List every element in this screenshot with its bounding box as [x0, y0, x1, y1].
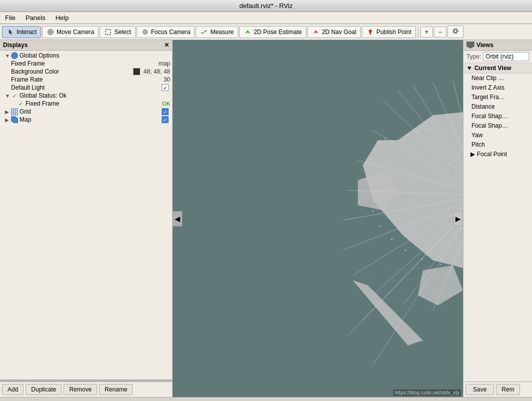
- move-camera-label: Move Camera: [57, 29, 94, 36]
- grid-label: Grid: [20, 108, 162, 115]
- globe-icon: [11, 52, 18, 59]
- svg-rect-106: [453, 185, 454, 186]
- measure-icon: [200, 28, 208, 36]
- publish-point-icon: [366, 28, 374, 36]
- global-status-item[interactable]: ▼ ✓ Global Status: Ok: [1, 92, 171, 100]
- 2d-pose-button[interactable]: 2D Pose Estimate: [239, 26, 306, 38]
- svg-point-96: [369, 164, 370, 165]
- focus-camera-button[interactable]: Focus Camera: [137, 26, 195, 38]
- views-panel: Views Type: Orbit (rviz) ▼ Current View …: [463, 40, 532, 397]
- minus-icon: −: [438, 29, 442, 36]
- menu-file[interactable]: File: [2, 13, 19, 23]
- map-item[interactable]: ▶ Map ✓: [1, 116, 171, 124]
- select-label: Select: [114, 29, 131, 36]
- move-camera-button[interactable]: Move Camera: [42, 26, 99, 38]
- view-invert-z-label: Invert Z Axis: [471, 84, 504, 91]
- views-type-row: Type: Orbit (rviz): [463, 51, 532, 63]
- views-save-button[interactable]: Save: [465, 384, 494, 395]
- plus-icon: +: [425, 29, 428, 36]
- default-light-checkbox[interactable]: ✓: [162, 84, 169, 91]
- view-item-focal-shap-1[interactable]: Focal Shap…: [463, 112, 532, 121]
- displays-footer: Add Duplicate Remove Rename: [0, 381, 172, 397]
- publish-point-button[interactable]: Publish Point: [362, 26, 416, 38]
- select-icon: [104, 28, 112, 36]
- viewport[interactable]: ◀ ▶ https://blog.csdn.net/xtdx_xty: [173, 40, 463, 397]
- viewport-right-arrow[interactable]: ▶: [453, 211, 463, 226]
- global-status-check: ✓: [11, 92, 18, 99]
- interact-button[interactable]: Interact: [2, 26, 41, 38]
- rename-button[interactable]: Rename: [99, 384, 133, 395]
- 2d-nav-icon: [312, 28, 320, 36]
- frame-rate-item[interactable]: Frame Rate 30: [1, 76, 171, 84]
- default-light-label: Default Light: [11, 84, 162, 91]
- settings-icon: [452, 28, 459, 36]
- svg-point-8: [454, 30, 457, 33]
- view-item-pitch[interactable]: Pitch: [463, 140, 532, 150]
- toolbar-minus-button[interactable]: −: [434, 27, 446, 38]
- title-text: default.rviz* - RViz: [239, 2, 292, 10]
- view-item-focal-shap-2[interactable]: Focal Shap…: [463, 121, 532, 131]
- svg-point-93: [372, 211, 374, 212]
- displays-title: Displays: [3, 42, 28, 49]
- svg-point-64: [407, 135, 409, 136]
- map-checkbox[interactable]: ✓: [162, 116, 169, 123]
- global-options-item[interactable]: ▼ Global Options: [1, 52, 171, 60]
- current-view-expand-arrow: ▼: [466, 65, 472, 72]
- duplicate-button[interactable]: Duplicate: [26, 384, 62, 395]
- publish-point-label: Publish Point: [376, 29, 411, 36]
- bg-color-swatch: [133, 68, 140, 75]
- global-status-fixed-frame-item[interactable]: ✓ Fixed Frame OK: [1, 100, 171, 108]
- toolbar-sep-1: [418, 26, 418, 38]
- svg-point-66: [427, 129, 429, 130]
- toolbar-plus-button[interactable]: +: [420, 27, 433, 38]
- view-item-focal-point[interactable]: ▶ Focal Point: [463, 150, 532, 159]
- view-item-yaw[interactable]: Yaw: [463, 131, 532, 140]
- select-button[interactable]: Select: [100, 26, 135, 38]
- svg-rect-104: [433, 188, 434, 189]
- map-icon: [11, 116, 18, 123]
- svg-point-67: [442, 127, 444, 129]
- views-type-value[interactable]: Orbit (rviz): [483, 52, 529, 61]
- focus-camera-label: Focus Camera: [151, 29, 191, 36]
- view-item-distance[interactable]: Distance: [463, 102, 532, 112]
- add-button[interactable]: Add: [2, 384, 24, 395]
- svg-point-92: [380, 226, 381, 227]
- displays-close-icon[interactable]: ✕: [164, 42, 169, 49]
- view-item-target-frame[interactable]: Target Fra…: [463, 93, 532, 102]
- frame-rate-value: 30: [164, 76, 170, 83]
- interact-icon: [7, 28, 15, 36]
- remove-button[interactable]: Remove: [64, 384, 97, 395]
- menu-help[interactable]: Help: [53, 13, 72, 23]
- view-near-clip-label: Near Clip …: [471, 75, 504, 82]
- viewport-left-arrow[interactable]: ◀: [173, 211, 182, 226]
- expand-arrow-grid: ▶: [5, 109, 11, 115]
- grid-item[interactable]: ▶ Grid ✓: [1, 108, 171, 116]
- measure-button[interactable]: Measure: [196, 26, 238, 38]
- views-icon: [466, 42, 474, 49]
- status-bar: ▶ Time: [0, 397, 532, 401]
- view-yaw-label: Yaw: [471, 132, 482, 139]
- svg-point-3: [144, 31, 146, 33]
- displays-header: Displays ✕: [0, 40, 172, 51]
- displays-panel: Displays ✕ ▼ Global Options Fixed Frame …: [0, 40, 173, 397]
- svg-rect-103: [423, 190, 424, 191]
- fixed-frame-item[interactable]: Fixed Frame map: [1, 60, 171, 68]
- view-item-near-clip[interactable]: Near Clip …: [463, 74, 532, 83]
- menu-panels[interactable]: Panels: [23, 13, 49, 23]
- global-status-label: Global Status: Ok: [20, 92, 170, 99]
- status-fixed-label: Fixed Frame: [26, 100, 160, 107]
- views-header: Views: [463, 40, 532, 51]
- bg-color-item[interactable]: Background Color 48; 48; 48: [1, 68, 171, 76]
- default-light-item[interactable]: Default Light ✓: [1, 84, 171, 92]
- views-spacer: [463, 159, 532, 381]
- status-fixed-check: ✓: [17, 100, 24, 107]
- 2d-nav-button[interactable]: 2D Nav Goal: [307, 26, 361, 38]
- views-rem-button[interactable]: Rem: [496, 384, 519, 395]
- current-view-header[interactable]: ▼ Current View: [463, 63, 532, 74]
- toolbar-settings-button[interactable]: [447, 26, 463, 38]
- current-view-label: Current View: [474, 65, 511, 72]
- view-item-invert-z[interactable]: Invert Z Axis: [463, 83, 532, 93]
- global-options-label: Global Options: [20, 52, 170, 59]
- grid-icon: [11, 108, 18, 115]
- grid-checkbox[interactable]: ✓: [162, 108, 169, 115]
